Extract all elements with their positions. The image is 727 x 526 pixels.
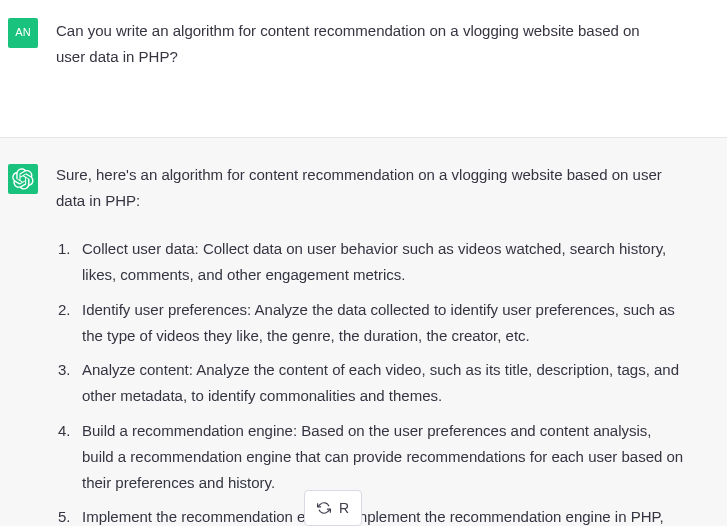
list-item: Implement the recommendation engine: Imp… bbox=[56, 504, 684, 526]
list-item: Identify user preferences: Analyze the d… bbox=[56, 297, 684, 350]
assistant-intro-text: Sure, here's an algorithm for content re… bbox=[56, 162, 684, 215]
assistant-message: Sure, here's an algorithm for content re… bbox=[0, 137, 727, 527]
list-item: Build a recommendation engine: Based on … bbox=[56, 418, 684, 497]
list-item: Analyze content: Analyze the content of … bbox=[56, 357, 684, 410]
assistant-steps-list: Collect user data: Collect data on user … bbox=[56, 236, 684, 526]
message-spacer bbox=[0, 95, 727, 137]
step-text: Analyze content: Analyze the content of … bbox=[82, 361, 679, 404]
refresh-icon bbox=[317, 501, 331, 515]
step-text: Implement the recommendation engine: Imp… bbox=[82, 508, 664, 526]
list-item: Collect user data: Collect data on user … bbox=[56, 236, 684, 289]
step-text: Build a recommendation engine: Based on … bbox=[82, 422, 683, 492]
step-text: Collect user data: Collect data on user … bbox=[82, 240, 666, 283]
regenerate-label: R bbox=[339, 500, 349, 516]
assistant-message-content: Sure, here's an algorithm for content re… bbox=[56, 162, 696, 527]
assistant-avatar bbox=[8, 164, 38, 194]
step-text: Identify user preferences: Analyze the d… bbox=[82, 301, 675, 344]
user-message-text: Can you write an algorithm for content r… bbox=[56, 22, 640, 65]
regenerate-button[interactable]: R bbox=[304, 490, 362, 526]
user-message-content: Can you write an algorithm for content r… bbox=[56, 16, 696, 71]
user-avatar: AN bbox=[8, 18, 38, 48]
user-message: AN Can you write an algorithm for conten… bbox=[0, 0, 727, 95]
openai-logo-icon bbox=[12, 168, 34, 190]
user-avatar-label: AN bbox=[15, 23, 30, 42]
